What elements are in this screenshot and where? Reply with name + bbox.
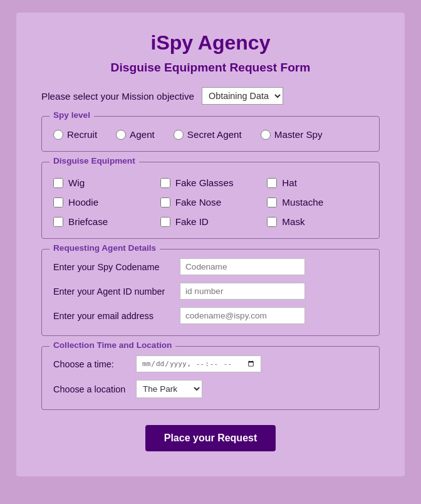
checkbox-label-hoodie[interactable]: Hoodie bbox=[68, 197, 98, 207]
checkbox-item-wig: Wig bbox=[53, 177, 154, 188]
time-row: Choose a time: bbox=[53, 355, 368, 372]
checkbox-hoodie[interactable] bbox=[53, 197, 63, 207]
codename-input[interactable] bbox=[180, 258, 305, 275]
checkbox-item-fake-glasses: Fake Glasses bbox=[160, 177, 261, 188]
radio-master-spy[interactable] bbox=[261, 130, 271, 140]
checkbox-fake-id[interactable] bbox=[160, 217, 170, 227]
disguise-grid: Wig Fake Glasses Hat Hoodie Fake Nose Mu… bbox=[53, 177, 368, 227]
checkbox-label-briefcase[interactable]: Briefcase bbox=[68, 216, 108, 227]
checkbox-item-fake-id: Fake ID bbox=[160, 216, 261, 227]
time-label: Choose a time: bbox=[53, 359, 128, 369]
collection-fieldset: Collection Time and Location Choose a ti… bbox=[41, 346, 380, 410]
location-select[interactable]: The Park HQ Safe House The Docks bbox=[136, 380, 202, 398]
mission-row: Please select your Mission objective Obt… bbox=[41, 87, 380, 105]
radio-recruit[interactable] bbox=[53, 130, 63, 140]
checkbox-mustache[interactable] bbox=[267, 197, 277, 207]
disguise-equipment-fieldset: Disguise Equipment Wig Fake Glasses Hat … bbox=[41, 162, 380, 239]
checkbox-item-briefcase: Briefcase bbox=[53, 216, 154, 227]
checkbox-item-mask: Mask bbox=[267, 216, 368, 227]
radio-label-recruit[interactable]: Recruit bbox=[67, 129, 97, 140]
datetime-input[interactable] bbox=[136, 355, 261, 372]
mission-select[interactable]: Obtaining Data Surveillance Infiltration… bbox=[202, 87, 283, 105]
location-label: Choose a location bbox=[53, 384, 128, 394]
codename-label: Enter your Spy Codename bbox=[53, 262, 172, 272]
agent-id-row: Enter your Agent ID number bbox=[53, 283, 368, 300]
checkbox-label-mask[interactable]: Mask bbox=[282, 216, 304, 227]
radio-item-master-spy: Master Spy bbox=[261, 129, 323, 140]
agent-id-input[interactable] bbox=[180, 283, 305, 300]
checkbox-fake-nose[interactable] bbox=[160, 197, 170, 207]
collection-legend: Collection Time and Location bbox=[49, 340, 175, 350]
page-container: iSpy Agency Disguise Equipment Request F… bbox=[16, 13, 405, 476]
email-input[interactable] bbox=[180, 307, 305, 324]
app-title: iSpy Agency bbox=[41, 31, 380, 55]
radio-label-agent[interactable]: Agent bbox=[130, 129, 155, 140]
radio-secret-agent[interactable] bbox=[174, 130, 184, 140]
agent-details-fieldset: Requesting Agent Details Enter your Spy … bbox=[41, 249, 380, 336]
checkbox-item-fake-nose: Fake Nose bbox=[160, 197, 261, 207]
radio-label-master-spy[interactable]: Master Spy bbox=[274, 129, 323, 140]
radio-item-agent: Agent bbox=[116, 129, 155, 140]
checkbox-label-mustache[interactable]: Mustache bbox=[282, 197, 323, 207]
radio-item-recruit: Recruit bbox=[53, 129, 97, 140]
agent-id-label: Enter your Agent ID number bbox=[53, 286, 172, 297]
checkbox-item-hoodie: Hoodie bbox=[53, 197, 154, 207]
email-label: Enter your email address bbox=[53, 311, 172, 321]
submit-row: Place your Request bbox=[41, 425, 380, 451]
codename-row: Enter your Spy Codename bbox=[53, 258, 368, 275]
radio-item-secret-agent: Secret Agent bbox=[174, 129, 242, 140]
spy-level-legend: Spy level bbox=[49, 110, 94, 120]
checkbox-wig[interactable] bbox=[53, 178, 63, 188]
checkbox-label-hat[interactable]: Hat bbox=[282, 177, 297, 188]
checkbox-fake-glasses[interactable] bbox=[160, 178, 170, 188]
checkbox-mask[interactable] bbox=[267, 217, 277, 227]
radio-agent[interactable] bbox=[116, 130, 126, 140]
email-row: Enter your email address bbox=[53, 307, 368, 324]
checkbox-label-wig[interactable]: Wig bbox=[68, 177, 85, 188]
checkbox-label-fake-id[interactable]: Fake ID bbox=[175, 216, 209, 227]
checkbox-label-fake-glasses[interactable]: Fake Glasses bbox=[175, 177, 234, 188]
spy-level-fieldset: Spy level Recruit Agent Secret Agent Mas… bbox=[41, 116, 380, 152]
agent-details-legend: Requesting Agent Details bbox=[49, 243, 160, 253]
submit-button[interactable]: Place your Request bbox=[145, 425, 276, 451]
checkbox-item-hat: Hat bbox=[267, 177, 368, 188]
spy-level-row: Recruit Agent Secret Agent Master Spy bbox=[53, 129, 368, 140]
checkbox-label-fake-nose[interactable]: Fake Nose bbox=[175, 197, 221, 207]
checkbox-briefcase[interactable] bbox=[53, 217, 63, 227]
form-title: Disguise Equipment Request Form bbox=[41, 61, 380, 75]
location-row: Choose a location The Park HQ Safe House… bbox=[53, 380, 368, 398]
checkbox-hat[interactable] bbox=[267, 178, 277, 188]
radio-label-secret-agent[interactable]: Secret Agent bbox=[187, 129, 242, 140]
disguise-legend: Disguise Equipment bbox=[49, 156, 139, 165]
mission-label: Please select your Mission objective bbox=[41, 91, 194, 102]
checkbox-item-mustache: Mustache bbox=[267, 197, 368, 207]
